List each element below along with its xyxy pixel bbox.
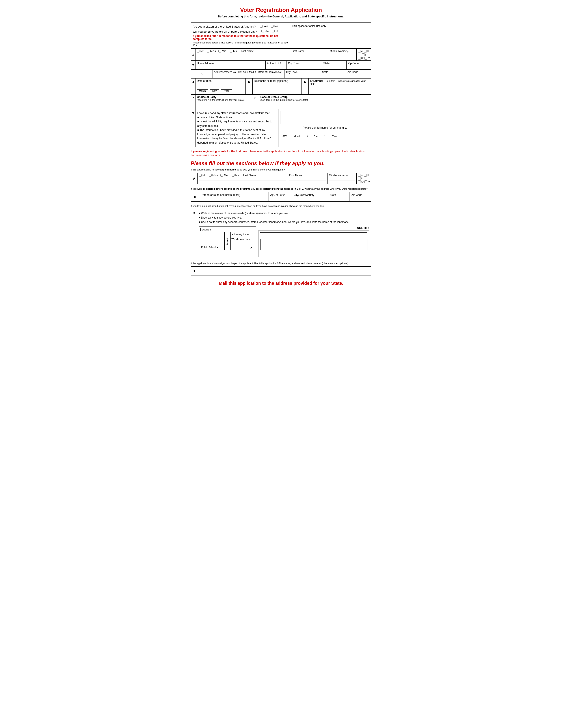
- section-b-table: B Street (or route and box number) Apt. …: [191, 192, 371, 202]
- section-c-label: C: [191, 209, 197, 259]
- yes-18-label[interactable]: Yes: [262, 30, 270, 33]
- miss-checkbox[interactable]: [207, 50, 209, 52]
- a-ii-checkbox[interactable]: [364, 174, 367, 177]
- city-input2[interactable]: [288, 65, 320, 68]
- a-iv-checkbox[interactable]: [364, 180, 367, 183]
- yes-18-checkbox[interactable]: [262, 30, 264, 32]
- sr-label: Sr: [361, 57, 364, 59]
- iv-checkbox[interactable]: [364, 57, 367, 60]
- b-street-input[interactable]: [202, 197, 267, 200]
- last-name-input[interactable]: [197, 53, 289, 56]
- section-d-note: If the applicant is unable to sign, who …: [191, 262, 371, 265]
- oath-line-2: ■ I am a United States citizen: [197, 115, 277, 120]
- no-citizen-label[interactable]: No: [271, 24, 278, 28]
- citizenship-q1: Are you a citizen of the United States o…: [193, 25, 256, 28]
- miss-checkbox-label[interactable]: Miss: [207, 50, 216, 53]
- no-18-checkbox[interactable]: [272, 30, 275, 32]
- race-note: (see item 8 in the instructions for your…: [260, 99, 314, 101]
- mrs-checkbox-label[interactable]: Mrs.: [219, 50, 227, 53]
- office-use-label: This space for office use only.: [292, 24, 369, 28]
- mail-footer: Mail this application to the address pro…: [191, 281, 371, 286]
- c-inst-2: ■ Draw an X to show where you live.: [199, 215, 369, 220]
- mr-checkbox-label[interactable]: Mr.: [197, 50, 204, 53]
- d-helper-input[interactable]: [198, 268, 370, 271]
- id-input[interactable]: [310, 90, 370, 93]
- b-apt-input[interactable]: [270, 197, 290, 200]
- middle-name-input[interactable]: [330, 53, 355, 56]
- b-city-input[interactable]: [294, 197, 326, 200]
- ii-checkbox[interactable]: [364, 50, 367, 52]
- yes-citizen-checkbox[interactable]: [260, 25, 263, 28]
- a-mrs-checkbox[interactable]: [221, 174, 223, 177]
- route-label: Route #2: [226, 236, 229, 245]
- sr-checkbox[interactable]: [358, 57, 361, 60]
- phone-input[interactable]: [254, 87, 300, 90]
- no-citizen-checkbox[interactable]: [271, 25, 274, 28]
- b-state-input[interactable]: [330, 197, 347, 200]
- oath-line-4: ■ The information I have provided is tru…: [197, 128, 277, 145]
- dob-year-input[interactable]: [221, 86, 232, 90]
- mr-checkbox[interactable]: [197, 50, 200, 52]
- city-label2: City/Town: [288, 62, 320, 65]
- a-ms-label[interactable]: Ms.: [232, 174, 240, 177]
- yes-citizen-label[interactable]: Yes: [260, 24, 268, 28]
- no-18-label[interactable]: No: [272, 30, 279, 33]
- a-iii-checkbox[interactable]: [358, 177, 361, 180]
- mail-address-input[interactable]: [214, 74, 283, 77]
- a-sr-checkbox[interactable]: [358, 180, 361, 183]
- a-last-input[interactable]: [199, 177, 286, 180]
- a-miss-checkbox[interactable]: [209, 174, 212, 177]
- b-zip-input[interactable]: [351, 197, 369, 200]
- ms-checkbox-label[interactable]: Ms.: [230, 50, 238, 53]
- city-label3: City/Town: [286, 71, 319, 74]
- last-name-label: Last Name: [241, 50, 254, 53]
- row78-table: 7 Choice of Party (see item 7 in the ins…: [191, 94, 371, 109]
- b-state-label: State: [330, 193, 347, 197]
- b-apt-label: Apt. or Lot #: [270, 193, 290, 197]
- jr-label: Jr: [361, 50, 363, 52]
- section-a-label: A: [191, 173, 198, 184]
- north-label: NORTH ↑: [258, 226, 369, 230]
- city-input3[interactable]: [286, 74, 319, 77]
- a-middle-input[interactable]: [329, 177, 355, 180]
- month-label9: Month: [288, 135, 306, 138]
- page-title: Voter Registration Application: [191, 7, 371, 13]
- zip-input3[interactable]: [347, 74, 370, 77]
- iii-checkbox[interactable]: [362, 53, 365, 56]
- date-label9: Date:: [281, 135, 287, 138]
- a-jr-checkbox[interactable]: [358, 174, 361, 177]
- iii-label: III: [365, 54, 367, 56]
- a-miss-label[interactable]: Miss: [209, 174, 218, 177]
- a-mr-checkbox[interactable]: [199, 174, 202, 177]
- zip-input2[interactable]: [348, 65, 370, 68]
- mrs-checkbox[interactable]: [219, 50, 221, 52]
- state-input3[interactable]: [322, 74, 345, 77]
- first-name-input[interactable]: [291, 53, 327, 56]
- state-input2[interactable]: [323, 65, 345, 68]
- party-input[interactable]: [197, 105, 251, 108]
- apt-input2[interactable]: [267, 65, 285, 68]
- month-label4: Month: [197, 90, 208, 92]
- row7-num: 7: [191, 95, 196, 109]
- ms-checkbox[interactable]: [230, 50, 232, 52]
- state-label2: State: [323, 62, 345, 65]
- a-mr-label[interactable]: Mr.: [199, 174, 206, 177]
- example-label: Example: [200, 228, 212, 231]
- a-ms-checkbox[interactable]: [232, 174, 235, 177]
- phone-label: Telephone Number (optional): [254, 79, 300, 82]
- section-d-table: D: [191, 266, 371, 275]
- section-c-table: C ■ Write in the names of the crossroads…: [191, 209, 371, 259]
- a-mrs-label[interactable]: Mrs.: [221, 174, 229, 177]
- home-address-input[interactable]: [197, 65, 264, 68]
- dob-day-input[interactable]: [210, 86, 219, 90]
- citizenship-note: (Please see state-specific instructions …: [193, 41, 288, 47]
- x-mark: X: [251, 246, 252, 249]
- race-input[interactable]: [260, 105, 314, 108]
- party-note: (see item 7 in the instructions for your…: [197, 99, 251, 101]
- state-label3: State: [322, 71, 345, 74]
- first-name-label: First Name: [291, 50, 327, 53]
- a-first-input[interactable]: [289, 177, 326, 180]
- dob-month-input[interactable]: [197, 86, 208, 90]
- row1-table: 1 Mr. Miss Mrs. Ms. Last Name First Name…: [191, 49, 371, 61]
- jr-checkbox[interactable]: [358, 50, 361, 52]
